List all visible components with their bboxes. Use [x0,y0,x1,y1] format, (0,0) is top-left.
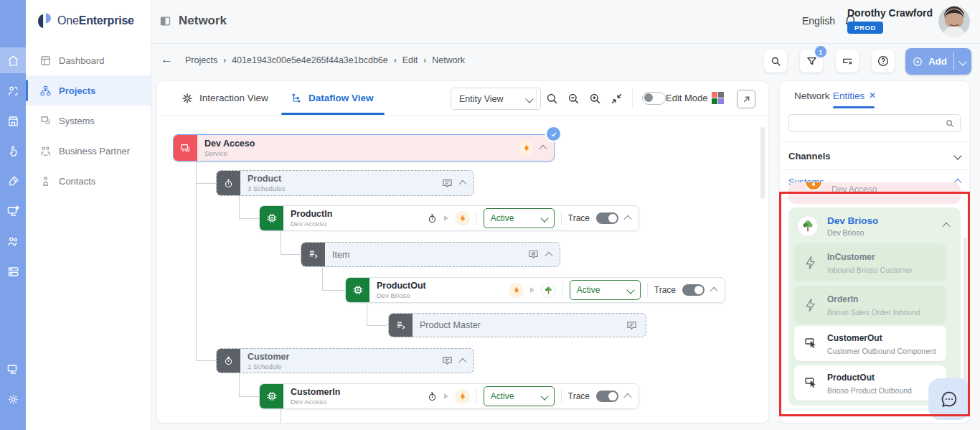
flow-node-product[interactable]: Product 3 Schedules [216,170,474,196]
flow-node-dev-acceso[interactable]: Dev Acceso Service [173,134,555,162]
trace-toggle[interactable] [596,391,618,402]
tab-network[interactable]: Network [794,90,830,101]
back-arrow-icon[interactable]: ← [161,52,173,67]
sidebar-item-systems[interactable]: Systems [26,106,151,136]
language-selector[interactable]: English [802,15,835,27]
comment-icon[interactable] [626,319,638,332]
collapse-chevron-icon[interactable] [545,251,552,259]
brand-logo-icon [35,11,54,30]
status-select[interactable]: Active [484,386,555,406]
flow-node-productout[interactable]: ProductOut Dev Brioso Active Trace [345,277,725,303]
comment-icon[interactable] [441,355,453,367]
edit-mode-toggle[interactable] [642,92,666,105]
system-card-dev-acceso[interactable]: Dev Acceso [788,182,961,204]
sidebar-item-dashboard[interactable]: Dashboard [26,45,151,75]
help-icon [877,55,890,67]
search-button[interactable] [764,50,787,73]
breadcrumb-project-id[interactable]: 401e1943c00e5e4e265f44a3e1bcdb6e [232,55,388,65]
clear-filter-button[interactable] [836,50,859,73]
breadcrumb-projects[interactable]: Projects [185,55,217,65]
collapse-chevron-icon[interactable] [623,393,631,401]
canvas-scrollbar[interactable] [760,127,765,199]
comment-icon[interactable] [441,177,453,190]
people-sync-icon [6,84,20,98]
tab-interaction-view[interactable]: Interaction View [182,81,268,115]
collapse-chevron-icon[interactable] [942,223,950,230]
entity-card-productout[interactable]: ProductOutBrioso Product Outbound [794,365,946,401]
rail-item-settings[interactable] [0,386,26,412]
close-tab-icon[interactable]: ✕ [869,90,876,101]
brand-name: OneEnterprise [57,14,134,27]
flow-node-productin[interactable]: ProductIn Dev Acceso Active Trace [259,205,639,231]
brioso-tree-icon [541,283,556,298]
process-chip-icon [260,384,283,408]
collapse-chevron-icon[interactable] [539,145,547,153]
node-subtitle: 1 Schedule [248,363,289,370]
trace-toggle[interactable] [682,284,705,296]
search-icon [945,118,955,128]
flame-icon [509,283,524,298]
flow-diagram: Dev Acceso Service Product 3 Schedules [157,116,768,424]
chat-fab-button[interactable] [928,378,970,420]
collapse-view-icon[interactable] [609,91,623,106]
status-select[interactable]: Active [570,280,641,300]
flow-node-customerin[interactable]: CustomerIn Dev Acceso Active Trace [259,383,639,409]
zoom-in-icon[interactable] [588,91,602,106]
entities-panel: Network Entities ✕ Channels Systems Dev … [779,80,970,424]
rail-item-home[interactable] [0,47,26,73]
flow-node-customer[interactable]: Customer 1 Schedule [216,348,474,373]
rail-item-interactions[interactable] [0,138,26,164]
flow-node-item[interactable]: Item [301,242,560,267]
node-title: Product [248,174,285,184]
drag-cursor-icon [794,375,827,391]
sidebar-item-contacts[interactable]: Contacts [26,166,151,196]
panel-scrollbar[interactable] [963,238,967,399]
section-channels[interactable]: Channels [788,142,961,169]
rail-item-monitor-star[interactable] [0,198,26,224]
zoom-out-icon[interactable] [566,91,580,106]
color-legend-icon[interactable] [712,92,724,104]
flow-node-product-master[interactable]: Product Master [388,313,646,337]
entity-card-customerout[interactable]: CustomerOutCustomer Outbound Component [794,326,946,361]
add-button[interactable]: Add [905,48,971,75]
rail-item-partners[interactable] [0,78,26,103]
rail-item-workstation[interactable] [0,356,26,382]
node-title: Product Master [420,320,481,330]
plus-circle-icon [912,56,923,67]
user-avatar[interactable] [938,6,970,37]
sidebar-item-business-partner[interactable]: Business Partner [26,136,151,166]
breadcrumb-network[interactable]: Network [432,55,465,65]
breadcrumb-edit[interactable]: Edit [402,55,418,65]
filter-button[interactable]: 1 [800,50,823,73]
sidebar-item-projects[interactable]: Projects [26,75,151,106]
projects-icon [39,85,52,97]
help-button[interactable] [872,50,895,73]
panel-toggle-icon[interactable] [159,15,171,27]
business-partner-icon [39,145,52,157]
rail-item-servers[interactable] [0,258,26,284]
app-root: OneEnterprise Dashboard Projects Systems… [0,0,980,430]
collapse-chevron-icon[interactable] [458,180,466,188]
trace-toggle[interactable] [596,212,618,224]
tab-dataflow-view[interactable]: Dataflow View [291,81,374,115]
status-select[interactable]: Active [484,208,555,228]
open-fullscreen-button[interactable] [737,90,755,108]
rail-item-users[interactable] [0,228,26,254]
zoom-fit-icon[interactable] [545,91,559,106]
rail-item-marketplace[interactable] [0,108,26,134]
user-info[interactable]: Dorothy Crawford PROD [847,7,933,34]
system-card-dev-brioso[interactable]: Dev Brioso Dev Brioso InCustomerInbound … [788,207,961,406]
view-mode-select[interactable]: Entity View [451,88,541,110]
filter-count-badge: 1 [814,45,828,59]
entity-card-orderin[interactable]: OrderInBrioso Sales Order Inbound [794,286,946,324]
brand-logo[interactable]: OneEnterprise [35,11,134,30]
add-dropdown-chevron[interactable] [954,59,971,65]
collapse-chevron-icon[interactable] [710,287,717,295]
rail-item-design[interactable] [0,168,26,194]
entity-search-input[interactable] [788,114,961,132]
tab-entities[interactable]: Entities [833,90,864,101]
sync-comment-icon[interactable] [527,248,540,261]
entity-card-incustomer[interactable]: InCustomerInbound Brioso Customer [794,243,946,281]
collapse-chevron-icon[interactable] [623,215,631,223]
collapse-chevron-icon[interactable] [458,357,466,365]
